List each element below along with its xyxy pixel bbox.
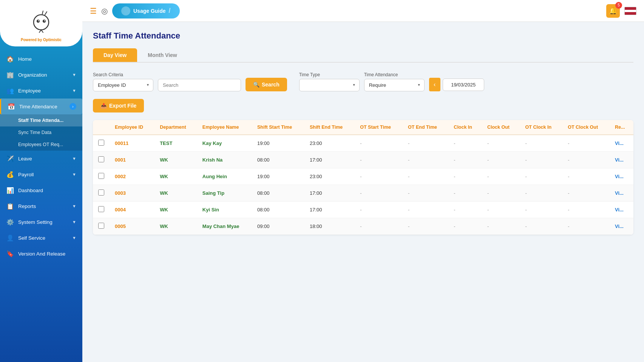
leave-chevron-icon: ▼ <box>72 156 76 161</box>
time-type-label: Time Type <box>299 72 360 77</box>
search-input[interactable] <box>158 79 241 91</box>
language-flag-icon[interactable] <box>624 7 636 15</box>
time-type-group: Time Type Regular Overtime <box>299 72 360 91</box>
sidebar-item-organization[interactable]: 🏢 Organization ▼ <box>0 67 82 83</box>
row-ot-start: - <box>355 202 403 218</box>
payroll-icon: 💰 <box>6 170 14 179</box>
notification-button[interactable]: 🔔 5 <box>606 4 620 18</box>
row-checkbox[interactable] <box>98 173 104 179</box>
sidebar-item-system-setting-label: System Setting <box>18 219 53 225</box>
row-ot-clock-out: - <box>562 185 610 202</box>
row-shift-start: 09:00 <box>252 218 304 235</box>
row-clock-out: - <box>482 202 520 218</box>
row-checkbox-cell <box>93 185 110 202</box>
sidebar-item-reports[interactable]: 📋 Reports ▼ <box>0 198 82 214</box>
row-checkbox[interactable] <box>98 140 104 146</box>
date-display: 19/03/2025 <box>443 79 484 91</box>
time-type-select-wrapper: Regular Overtime <box>299 79 360 91</box>
tab-day-view[interactable]: Day View <box>93 48 137 62</box>
sidebar-item-leave[interactable]: ✈️ Leave ▼ <box>0 151 82 166</box>
row-remark[interactable]: Vi... <box>610 135 633 152</box>
tab-month-view[interactable]: Month View <box>137 48 188 62</box>
search-criteria-select[interactable]: Employee ID Employee Name Department <box>93 79 153 91</box>
row-ot-end: - <box>403 202 448 218</box>
logo-svg <box>28 8 54 34</box>
sidebar-item-version-release[interactable]: 🔖 Version And Release <box>0 246 82 262</box>
hamburger-menu-icon[interactable]: ☰ <box>90 6 97 15</box>
th-remark: Re... <box>610 120 633 135</box>
row-employee-id: 0002 <box>110 168 154 185</box>
row-shift-end: 23:00 <box>304 168 355 185</box>
row-remark[interactable]: Vi... <box>610 185 633 202</box>
self-service-icon: 👤 <box>6 234 14 242</box>
row-department: WK <box>154 168 197 185</box>
search-button[interactable]: 🔍 Search <box>246 78 287 91</box>
logo-image <box>26 6 56 36</box>
time-type-select[interactable]: Regular Overtime <box>299 79 360 91</box>
th-shift-start-time: Shift Start Time <box>252 120 304 135</box>
th-checkbox <box>93 120 110 135</box>
row-ot-clock-out: - <box>562 202 610 218</box>
row-ot-clock-in: - <box>520 185 563 202</box>
attendance-table-container: Employee ID Department Employee Name Shi… <box>93 120 633 235</box>
top-bar: ☰ ◎ Usage Guide / 🔔 5 <box>82 0 644 22</box>
sidebar-navigation: 🏠 Home 🏢 Organization ▼ 👥 Employee ▼ 📅 T… <box>0 49 82 263</box>
sub-item-sync-time-data[interactable]: Sync Time Data <box>0 126 82 139</box>
th-department: Department <box>154 120 197 135</box>
row-checkbox[interactable] <box>98 206 104 212</box>
th-clock-in: Clock In <box>448 120 482 135</box>
date-navigation-group: ‹ 19/03/2025 <box>429 78 484 91</box>
row-shift-start: 19:00 <box>252 135 304 152</box>
sub-item-employees-ot-req[interactable]: Employees OT Req... <box>0 139 82 151</box>
sidebar-item-self-service[interactable]: 👤 Self Service ▼ <box>0 230 82 246</box>
row-employee-name: Kyi Sin <box>197 202 252 218</box>
row-employee-name: Aung Hein <box>197 168 252 185</box>
time-attendance-label: Time Attendance <box>364 72 425 77</box>
th-ot-clock-in: OT Clock In <box>520 120 563 135</box>
sidebar-item-version-release-label: Version And Release <box>18 251 65 257</box>
reports-icon: 📋 <box>6 202 14 210</box>
sidebar-item-home[interactable]: 🏠 Home <box>0 51 82 67</box>
sidebar-item-payroll-label: Payroll <box>18 172 34 177</box>
row-ot-clock-out: - <box>562 135 610 152</box>
export-file-label: Export File <box>109 103 136 109</box>
usage-guide-button[interactable]: Usage Guide / <box>112 3 180 18</box>
sidebar-item-payroll[interactable]: 💰 Payroll ▼ <box>0 166 82 182</box>
row-ot-start: - <box>355 135 403 152</box>
row-shift-end: 18:00 <box>304 218 355 235</box>
time-attendance-select-wrapper: Require Optional <box>364 79 425 91</box>
time-attendance-badge: › <box>69 103 76 110</box>
sub-item-sync-label: Sync Time Data <box>18 130 51 135</box>
row-checkbox-cell <box>93 218 110 235</box>
employee-icon: 👥 <box>6 86 14 95</box>
row-remark[interactable]: Vi... <box>610 152 633 168</box>
row-remark[interactable]: Vi... <box>610 168 633 185</box>
prev-date-button[interactable]: ‹ <box>429 78 440 91</box>
sub-item-staff-time-attendance[interactable]: Staff Time Attenda... <box>0 114 82 126</box>
row-clock-out: - <box>482 135 520 152</box>
row-department: TEST <box>154 135 197 152</box>
sidebar-item-employee[interactable]: 👥 Employee ▼ <box>0 83 82 99</box>
export-file-button[interactable]: 📤 Export File <box>93 99 144 112</box>
powered-by-label: Powered by Optimistic <box>21 38 62 42</box>
row-checkbox-cell <box>93 135 110 152</box>
row-checkbox[interactable] <box>98 189 104 196</box>
row-ot-clock-in: - <box>520 152 563 168</box>
target-icon[interactable]: ◎ <box>101 6 108 15</box>
row-shift-start: 19:00 <box>252 168 304 185</box>
export-icon: 📤 <box>100 103 107 109</box>
row-remark[interactable]: Vi... <box>610 202 633 218</box>
sidebar-item-time-attendance[interactable]: 📅 Time Attendance › <box>0 99 82 114</box>
row-checkbox[interactable] <box>98 223 104 229</box>
row-ot-end: - <box>403 185 448 202</box>
row-shift-start: 08:00 <box>252 185 304 202</box>
row-ot-end: - <box>403 135 448 152</box>
row-ot-start: - <box>355 185 403 202</box>
row-checkbox-cell <box>93 152 110 168</box>
row-checkbox[interactable] <box>98 156 104 162</box>
sidebar-item-system-setting[interactable]: ⚙️ System Setting ▼ <box>0 214 82 230</box>
time-attendance-select[interactable]: Require Optional <box>364 79 425 91</box>
row-remark[interactable]: Vi... <box>610 218 633 235</box>
search-bar: Search Criteria Employee ID Employee Nam… <box>93 72 633 91</box>
sidebar-item-dashboard[interactable]: 📊 Dashboard <box>0 182 82 198</box>
